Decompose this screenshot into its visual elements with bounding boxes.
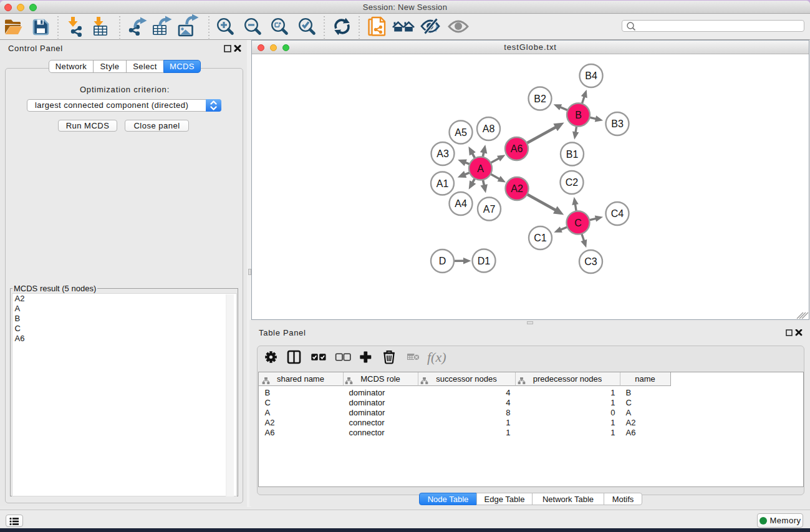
svg-text:D1: D1 bbox=[478, 256, 491, 266]
svg-text:B4: B4 bbox=[585, 70, 597, 81]
svg-text:A2: A2 bbox=[511, 183, 523, 194]
svg-text:A6: A6 bbox=[511, 143, 523, 154]
svg-text:A3: A3 bbox=[436, 148, 449, 159]
svg-text:B3: B3 bbox=[611, 118, 624, 129]
svg-text:C3: C3 bbox=[584, 256, 597, 267]
svg-text:B2: B2 bbox=[534, 94, 546, 104]
svg-text:A4: A4 bbox=[455, 198, 467, 209]
svg-text:B1: B1 bbox=[566, 149, 579, 160]
svg-text:A5: A5 bbox=[455, 127, 467, 138]
svg-text:C: C bbox=[574, 218, 582, 228]
svg-text:C1: C1 bbox=[534, 233, 547, 243]
svg-text:C4: C4 bbox=[611, 208, 624, 219]
svg-text:D: D bbox=[439, 256, 446, 266]
svg-text:A: A bbox=[477, 163, 484, 174]
svg-text:A8: A8 bbox=[483, 123, 495, 134]
svg-text:B: B bbox=[575, 110, 582, 120]
svg-text:f(x): f(x) bbox=[427, 349, 446, 365]
svg-text:A1: A1 bbox=[436, 178, 449, 189]
svg-text:A7: A7 bbox=[483, 204, 496, 215]
svg-text:C2: C2 bbox=[566, 177, 579, 188]
